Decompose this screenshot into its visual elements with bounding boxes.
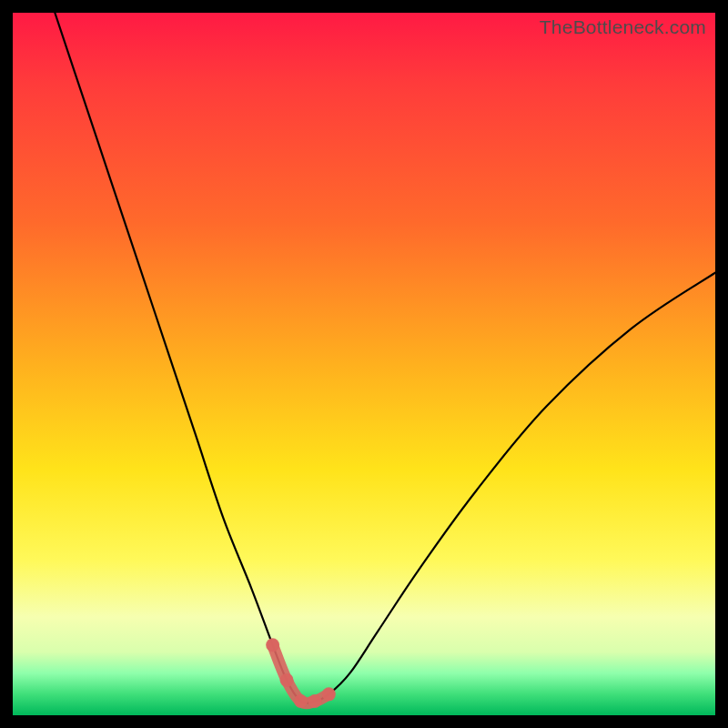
bottleneck-highlight-dots	[266, 638, 336, 708]
plot-area: TheBottleneck.com	[13, 13, 715, 715]
highlight-dot	[308, 694, 321, 708]
highlight-dot	[280, 673, 294, 687]
bottleneck-curve-path	[55, 13, 715, 703]
bottleneck-curve-svg	[13, 13, 715, 715]
highlight-dot	[322, 687, 336, 701]
highlight-dot	[266, 638, 279, 652]
highlight-dot	[294, 694, 308, 708]
chart-frame: TheBottleneck.com	[0, 0, 728, 728]
